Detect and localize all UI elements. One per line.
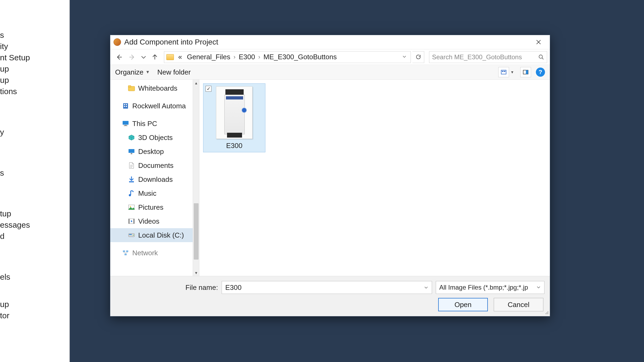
arrow-right-icon bbox=[129, 54, 136, 61]
scroll-thumb[interactable] bbox=[194, 203, 199, 260]
dialog-bottom-bar: File name: E300 All Image Files (*.bmp;*… bbox=[110, 276, 550, 316]
cancel-button[interactable]: Cancel bbox=[494, 298, 543, 311]
tree-item-desktop[interactable]: Desktop bbox=[110, 145, 199, 158]
svg-rect-1 bbox=[501, 70, 506, 74]
help-button[interactable]: ? bbox=[536, 68, 545, 77]
nav-recent-button[interactable] bbox=[140, 51, 147, 63]
tree-item-label: Desktop bbox=[138, 147, 164, 156]
tree-item-whiteboards[interactable]: Whiteboards bbox=[110, 81, 199, 95]
svg-point-19 bbox=[129, 194, 131, 196]
new-folder-button[interactable]: New folder bbox=[157, 68, 191, 76]
dialog-title: Add Component into Project bbox=[124, 38, 530, 46]
preview-pane-icon bbox=[523, 69, 529, 75]
tree-item-rockwell[interactable]: Rockwell Automa bbox=[110, 99, 199, 113]
tree-item-localdisk[interactable]: Local Disk (C:) bbox=[110, 228, 199, 242]
tree-item-downloads[interactable]: Downloads bbox=[110, 172, 199, 186]
view-mode-button[interactable] bbox=[498, 67, 509, 77]
tree-item-label: Local Disk (C:) bbox=[138, 231, 184, 239]
file-list-pane[interactable]: ✓ E300 bbox=[199, 80, 550, 276]
svg-rect-28 bbox=[123, 250, 125, 252]
host-item: tions bbox=[0, 86, 69, 97]
svg-point-34 bbox=[546, 313, 546, 314]
svg-rect-5 bbox=[526, 70, 528, 74]
host-app-panel: s ity nt Setup up up tions y s tup essag… bbox=[0, 0, 70, 362]
tree-item-label: This PC bbox=[132, 120, 157, 128]
tree-item-network[interactable]: Network bbox=[110, 246, 199, 260]
svg-rect-24 bbox=[133, 219, 134, 224]
host-item: ity bbox=[0, 41, 69, 52]
file-thumbnail bbox=[216, 86, 253, 139]
view-mode-dropdown[interactable]: ▼ bbox=[509, 70, 515, 74]
svg-point-31 bbox=[548, 311, 548, 312]
file-name-label: E300 bbox=[226, 142, 243, 150]
breadcrumb-dropdown[interactable] bbox=[400, 54, 408, 60]
filename-input[interactable]: E300 bbox=[222, 281, 432, 294]
file-open-dialog: Add Component into Project « General_Fil… bbox=[110, 35, 550, 316]
tree-scrollbar[interactable]: ▴ ▾ bbox=[193, 80, 199, 276]
download-icon bbox=[128, 176, 135, 183]
file-item[interactable]: ✓ E300 bbox=[203, 83, 265, 152]
tree-item-documents[interactable]: Documents bbox=[110, 158, 199, 172]
host-item: s bbox=[0, 167, 69, 179]
svg-rect-30 bbox=[125, 254, 127, 255]
network-icon bbox=[122, 249, 129, 256]
nav-forward-button[interactable] bbox=[126, 51, 138, 63]
tree-item-label: Rockwell Automa bbox=[132, 102, 186, 110]
desktop-icon bbox=[128, 148, 135, 155]
tree-item-label: 3D Objects bbox=[138, 134, 173, 142]
tree-item-label: Network bbox=[132, 249, 158, 257]
breadcrumb-segment[interactable]: ME_E300_GotoButtons bbox=[262, 52, 338, 62]
tree-item-label: Whiteboards bbox=[138, 84, 177, 93]
chevron-right-icon: › bbox=[258, 54, 260, 61]
host-item: s bbox=[0, 29, 69, 41]
host-item: tor bbox=[0, 310, 69, 321]
svg-point-35 bbox=[547, 313, 547, 314]
nav-back-button[interactable] bbox=[113, 51, 125, 63]
scroll-up-icon[interactable]: ▴ bbox=[193, 80, 199, 86]
svg-point-33 bbox=[548, 312, 548, 313]
scroll-down-icon[interactable]: ▾ bbox=[193, 269, 199, 276]
svg-rect-7 bbox=[128, 86, 131, 87]
tree-item-3dobjects[interactable]: 3D Objects bbox=[110, 131, 199, 145]
app-icon bbox=[114, 38, 121, 46]
tree-item-music[interactable]: Music bbox=[110, 186, 199, 200]
dialog-toolbar: Organize ▼ New folder ▼ bbox=[110, 65, 550, 80]
tree-item-pictures[interactable]: Pictures bbox=[110, 200, 199, 214]
filter-label: All Image Files (*.bmp;*.jpg;*.jp bbox=[439, 284, 528, 291]
monitor-icon bbox=[122, 120, 129, 127]
tree-item-thispc[interactable]: This PC bbox=[110, 117, 199, 131]
tree-item-label: Pictures bbox=[138, 203, 163, 212]
file-checkbox[interactable]: ✓ bbox=[206, 86, 211, 92]
breadcrumb-segment[interactable]: E300 bbox=[237, 52, 257, 62]
refresh-button[interactable] bbox=[412, 51, 424, 63]
breadcrumb-prefix[interactable]: « bbox=[177, 52, 184, 62]
resize-grip-icon[interactable] bbox=[544, 311, 549, 315]
filename-label: File name: bbox=[185, 283, 218, 292]
dialog-titlebar: Add Component into Project bbox=[110, 35, 550, 49]
preview-pane-button[interactable] bbox=[520, 67, 531, 77]
svg-rect-8 bbox=[123, 103, 128, 109]
host-item: nt Setup bbox=[0, 52, 69, 63]
chevron-down-icon: ▼ bbox=[510, 70, 514, 74]
tree-item-label: Downloads bbox=[138, 175, 173, 184]
tree-item-videos[interactable]: Videos bbox=[110, 214, 199, 228]
breadcrumb[interactable]: « General_Files › E300 › ME_E300_GotoBut… bbox=[164, 51, 411, 63]
organize-menu[interactable]: Organize ▼ bbox=[115, 68, 150, 76]
search-input[interactable]: Search ME_E300_GotoButtons bbox=[429, 51, 547, 63]
chevron-down-icon[interactable] bbox=[424, 283, 429, 292]
host-item: up bbox=[0, 299, 69, 310]
svg-rect-15 bbox=[124, 125, 127, 126]
svg-rect-26 bbox=[129, 234, 132, 235]
breadcrumb-segment[interactable]: General_Files bbox=[185, 52, 232, 62]
nav-up-button[interactable] bbox=[149, 51, 161, 63]
search-icon bbox=[538, 54, 544, 60]
svg-rect-13 bbox=[123, 121, 129, 125]
host-item: els bbox=[0, 271, 69, 283]
chevron-down-icon bbox=[402, 54, 407, 59]
svg-rect-14 bbox=[125, 125, 127, 125]
document-icon bbox=[128, 162, 135, 169]
nav-row: « General_Files › E300 › ME_E300_GotoBut… bbox=[110, 49, 550, 65]
open-button[interactable]: Open bbox=[438, 298, 488, 311]
close-button[interactable] bbox=[530, 37, 547, 47]
filetype-filter[interactable]: All Image Files (*.bmp;*.jpg;*.jp bbox=[436, 281, 544, 294]
